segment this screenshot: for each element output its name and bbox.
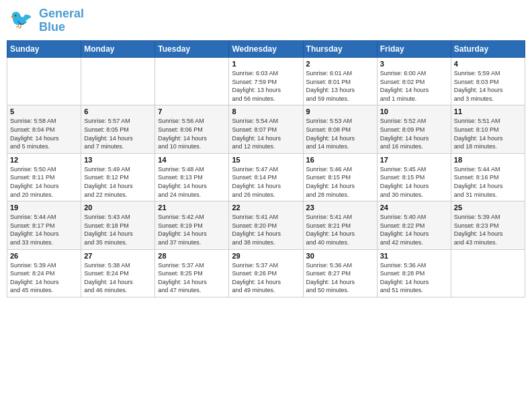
day-cell-31: 31Sunrise: 5:36 AM Sunset: 8:28 PM Dayli… <box>377 249 451 297</box>
day-cell-8: 8Sunrise: 5:54 AM Sunset: 8:07 PM Daylig… <box>229 105 303 153</box>
day-number: 18 <box>454 156 522 164</box>
week-row-3: 12Sunrise: 5:50 AM Sunset: 8:11 PM Dayli… <box>7 153 525 201</box>
day-number: 31 <box>380 252 448 260</box>
day-info: Sunrise: 6:01 AM Sunset: 8:01 PM Dayligh… <box>306 69 374 103</box>
day-number: 15 <box>232 156 300 164</box>
week-row-1: 1Sunrise: 6:03 AM Sunset: 7:59 PM Daylig… <box>7 58 525 105</box>
day-cell-4: 4Sunrise: 5:59 AM Sunset: 8:03 PM Daylig… <box>451 58 525 105</box>
day-number: 13 <box>84 156 152 164</box>
day-number: 2 <box>306 60 374 68</box>
day-info: Sunrise: 5:36 AM Sunset: 8:28 PM Dayligh… <box>380 261 448 295</box>
header: 🐦 General Blue <box>7 7 525 35</box>
day-number: 14 <box>158 156 226 164</box>
day-number: 17 <box>380 156 448 164</box>
day-info: Sunrise: 5:49 AM Sunset: 8:12 PM Dayligh… <box>84 165 152 199</box>
day-number: 21 <box>158 203 226 212</box>
day-cell-24: 24Sunrise: 5:40 AM Sunset: 8:22 PM Dayli… <box>377 201 451 249</box>
day-number: 3 <box>380 60 448 68</box>
day-cell-1: 1Sunrise: 6:03 AM Sunset: 7:59 PM Daylig… <box>229 58 303 105</box>
day-number: 5 <box>10 107 78 116</box>
logo-text-block: General Blue <box>39 7 84 34</box>
svg-text:🐦: 🐦 <box>9 8 33 30</box>
day-info: Sunrise: 5:44 AM Sunset: 8:17 PM Dayligh… <box>10 213 78 246</box>
logo-name: General <box>39 7 84 21</box>
day-info: Sunrise: 5:36 AM Sunset: 8:27 PM Dayligh… <box>306 261 374 295</box>
day-cell-23: 23Sunrise: 5:41 AM Sunset: 8:21 PM Dayli… <box>303 201 377 249</box>
day-cell-28: 28Sunrise: 5:37 AM Sunset: 8:25 PM Dayli… <box>155 249 229 297</box>
day-number: 8 <box>232 107 300 116</box>
weekday-header-monday: Monday <box>81 41 155 58</box>
day-number: 7 <box>158 107 226 116</box>
day-cell-12: 12Sunrise: 5:50 AM Sunset: 8:11 PM Dayli… <box>7 153 81 201</box>
day-info: Sunrise: 5:51 AM Sunset: 8:10 PM Dayligh… <box>454 117 522 150</box>
empty-cell <box>81 58 155 105</box>
day-number: 22 <box>232 203 300 212</box>
weekday-header-thursday: Thursday <box>303 41 377 58</box>
day-info: Sunrise: 5:59 AM Sunset: 8:03 PM Dayligh… <box>454 69 522 103</box>
day-info: Sunrise: 5:39 AM Sunset: 8:24 PM Dayligh… <box>10 261 78 295</box>
weekday-header-wednesday: Wednesday <box>229 41 303 58</box>
week-row-4: 19Sunrise: 5:44 AM Sunset: 8:17 PM Dayli… <box>7 201 525 249</box>
week-row-2: 5Sunrise: 5:58 AM Sunset: 8:04 PM Daylig… <box>7 105 525 153</box>
day-cell-21: 21Sunrise: 5:42 AM Sunset: 8:19 PM Dayli… <box>155 201 229 249</box>
day-info: Sunrise: 5:47 AM Sunset: 8:14 PM Dayligh… <box>232 165 300 199</box>
weekday-header-saturday: Saturday <box>451 41 525 58</box>
day-info: Sunrise: 5:48 AM Sunset: 8:13 PM Dayligh… <box>158 165 226 199</box>
day-info: Sunrise: 5:45 AM Sunset: 8:15 PM Dayligh… <box>380 165 448 199</box>
day-cell-20: 20Sunrise: 5:43 AM Sunset: 8:18 PM Dayli… <box>81 201 155 249</box>
day-cell-15: 15Sunrise: 5:47 AM Sunset: 8:14 PM Dayli… <box>229 153 303 201</box>
day-cell-27: 27Sunrise: 5:38 AM Sunset: 8:24 PM Dayli… <box>81 249 155 297</box>
day-number: 12 <box>10 156 78 164</box>
logo-name2: Blue <box>39 21 65 34</box>
day-info: Sunrise: 5:42 AM Sunset: 8:19 PM Dayligh… <box>158 213 226 246</box>
day-number: 23 <box>306 203 374 212</box>
day-cell-22: 22Sunrise: 5:41 AM Sunset: 8:20 PM Dayli… <box>229 201 303 249</box>
day-info: Sunrise: 5:43 AM Sunset: 8:18 PM Dayligh… <box>84 213 152 246</box>
day-cell-18: 18Sunrise: 5:44 AM Sunset: 8:16 PM Dayli… <box>451 153 525 201</box>
day-cell-7: 7Sunrise: 5:56 AM Sunset: 8:06 PM Daylig… <box>155 105 229 153</box>
logo: 🐦 General Blue <box>9 7 84 35</box>
day-cell-16: 16Sunrise: 5:46 AM Sunset: 8:15 PM Dayli… <box>303 153 377 201</box>
day-cell-9: 9Sunrise: 5:53 AM Sunset: 8:08 PM Daylig… <box>303 105 377 153</box>
weekday-header-sunday: Sunday <box>7 41 81 58</box>
logo-bird-icon: 🐦 <box>9 7 36 35</box>
day-info: Sunrise: 5:53 AM Sunset: 8:08 PM Dayligh… <box>306 117 374 150</box>
day-number: 28 <box>158 252 226 260</box>
day-number: 9 <box>306 107 374 116</box>
day-cell-3: 3Sunrise: 6:00 AM Sunset: 8:02 PM Daylig… <box>377 58 451 105</box>
day-cell-11: 11Sunrise: 5:51 AM Sunset: 8:10 PM Dayli… <box>451 105 525 153</box>
day-cell-10: 10Sunrise: 5:52 AM Sunset: 8:09 PM Dayli… <box>377 105 451 153</box>
day-number: 26 <box>10 252 78 260</box>
day-info: Sunrise: 5:41 AM Sunset: 8:21 PM Dayligh… <box>306 213 374 246</box>
day-info: Sunrise: 5:46 AM Sunset: 8:15 PM Dayligh… <box>306 165 374 199</box>
day-info: Sunrise: 5:37 AM Sunset: 8:26 PM Dayligh… <box>232 261 300 295</box>
day-cell-2: 2Sunrise: 6:01 AM Sunset: 8:01 PM Daylig… <box>303 58 377 105</box>
day-number: 19 <box>10 203 78 212</box>
day-cell-29: 29Sunrise: 5:37 AM Sunset: 8:26 PM Dayli… <box>229 249 303 297</box>
day-number: 1 <box>232 60 300 68</box>
day-cell-25: 25Sunrise: 5:39 AM Sunset: 8:23 PM Dayli… <box>451 201 525 249</box>
day-cell-26: 26Sunrise: 5:39 AM Sunset: 8:24 PM Dayli… <box>7 249 81 297</box>
day-info: Sunrise: 5:57 AM Sunset: 8:05 PM Dayligh… <box>84 117 152 150</box>
day-info: Sunrise: 6:00 AM Sunset: 8:02 PM Dayligh… <box>380 69 448 103</box>
day-info: Sunrise: 5:56 AM Sunset: 8:06 PM Dayligh… <box>158 117 226 150</box>
day-info: Sunrise: 5:50 AM Sunset: 8:11 PM Dayligh… <box>10 165 78 199</box>
weekday-header-friday: Friday <box>377 41 451 58</box>
day-cell-30: 30Sunrise: 5:36 AM Sunset: 8:27 PM Dayli… <box>303 249 377 297</box>
day-cell-6: 6Sunrise: 5:57 AM Sunset: 8:05 PM Daylig… <box>81 105 155 153</box>
day-info: Sunrise: 6:03 AM Sunset: 7:59 PM Dayligh… <box>232 69 300 103</box>
day-number: 29 <box>232 252 300 260</box>
empty-cell <box>451 249 525 297</box>
weekday-header-tuesday: Tuesday <box>155 41 229 58</box>
day-cell-14: 14Sunrise: 5:48 AM Sunset: 8:13 PM Dayli… <box>155 153 229 201</box>
day-cell-5: 5Sunrise: 5:58 AM Sunset: 8:04 PM Daylig… <box>7 105 81 153</box>
day-info: Sunrise: 5:38 AM Sunset: 8:24 PM Dayligh… <box>84 261 152 295</box>
day-info: Sunrise: 5:37 AM Sunset: 8:25 PM Dayligh… <box>158 261 226 295</box>
day-cell-19: 19Sunrise: 5:44 AM Sunset: 8:17 PM Dayli… <box>7 201 81 249</box>
day-number: 11 <box>454 107 522 116</box>
day-cell-17: 17Sunrise: 5:45 AM Sunset: 8:15 PM Dayli… <box>377 153 451 201</box>
weekday-header-row: SundayMondayTuesdayWednesdayThursdayFrid… <box>7 41 525 58</box>
week-row-5: 26Sunrise: 5:39 AM Sunset: 8:24 PM Dayli… <box>7 249 525 297</box>
day-info: Sunrise: 5:54 AM Sunset: 8:07 PM Dayligh… <box>232 117 300 150</box>
day-number: 6 <box>84 107 152 116</box>
